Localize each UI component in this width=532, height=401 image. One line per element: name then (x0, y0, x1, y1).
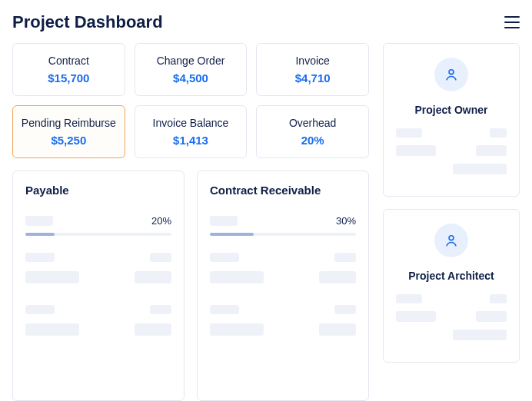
stat-pending-reimburse[interactable]: Pending Reimburse $5,250 (12, 105, 125, 158)
panel-contract-receivable: Contract Receivable 30% (197, 171, 369, 401)
svg-point-1 (449, 236, 454, 240)
stat-label: Contract (19, 55, 118, 67)
stat-label: Change Order (141, 55, 241, 67)
person-title: Project Architect (396, 270, 507, 282)
hamburger-menu-icon[interactable] (504, 16, 520, 28)
stat-invoice-balance[interactable]: Invoice Balance $1,413 (135, 105, 248, 158)
stat-label: Overhead (263, 117, 362, 129)
stat-contract[interactable]: Contract $15,700 (12, 43, 125, 96)
stat-label: Invoice Balance (141, 117, 241, 129)
card-project-owner[interactable]: Project Owner (383, 43, 520, 197)
stat-value: 20% (263, 134, 362, 147)
progress-bar (210, 233, 356, 236)
avatar (434, 58, 468, 91)
person-title: Project Owner (396, 104, 507, 116)
progress-fill (25, 233, 55, 236)
panel-title: Contract Receivable (210, 184, 356, 197)
user-icon (444, 67, 459, 82)
stat-label: Pending Reimburse (19, 117, 118, 129)
avatar (434, 224, 468, 257)
progress-bar (25, 233, 171, 236)
svg-point-0 (449, 70, 454, 75)
user-icon (444, 233, 459, 248)
progress-percent: 30% (336, 215, 356, 227)
skeleton-placeholder (25, 216, 53, 226)
skeleton-placeholder (210, 216, 238, 226)
stat-value: $15,700 (19, 71, 118, 85)
stats-grid: Contract $15,700 Change Order $4,500 Inv… (12, 43, 369, 158)
progress-percent: 20% (151, 215, 171, 227)
panel-payable: Payable 20% (12, 171, 185, 401)
stat-overhead[interactable]: Overhead 20% (256, 105, 369, 158)
stat-value: $4,500 (141, 71, 241, 85)
panel-title: Payable (25, 184, 171, 197)
progress-fill (210, 233, 254, 236)
stat-invoice[interactable]: Invoice $4,710 (256, 43, 369, 96)
stat-change-order[interactable]: Change Order $4,500 (135, 43, 248, 96)
card-project-architect[interactable]: Project Architect (383, 209, 520, 363)
stat-value: $4,710 (263, 71, 362, 85)
page-title: Project Dashboard (12, 12, 163, 32)
stat-value: $5,250 (19, 134, 118, 147)
stat-value: $1,413 (141, 134, 241, 147)
stat-label: Invoice (263, 55, 362, 67)
